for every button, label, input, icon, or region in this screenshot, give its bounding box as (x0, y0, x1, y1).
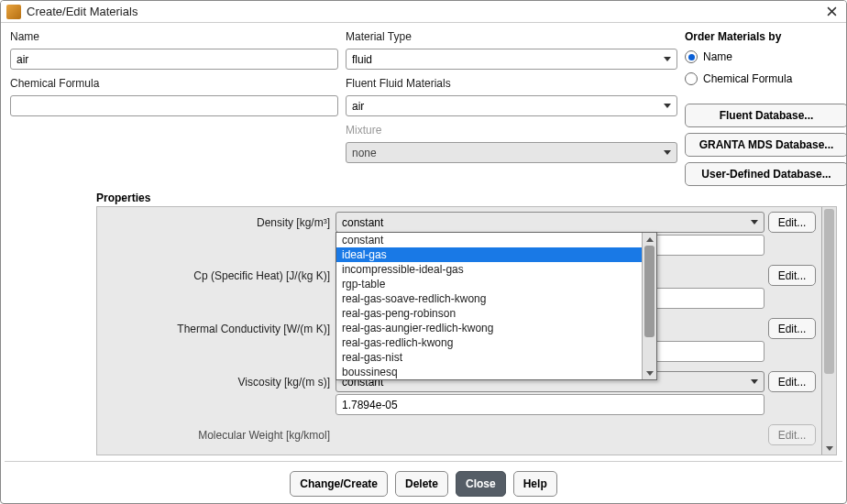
radio-icon (685, 50, 698, 63)
fluent-fluid-materials-label: Fluent Fluid Materials (346, 77, 677, 90)
upper-grid: Name air Chemical Formula Material Type … (1, 23, 846, 190)
chevron-down-icon (751, 379, 758, 384)
help-button[interactable]: Help (513, 471, 557, 497)
formula-label: Chemical Formula (10, 77, 338, 90)
molecular-weight-edit-button[interactable]: Edit... (768, 424, 816, 445)
scrollbar-thumb[interactable] (824, 209, 834, 374)
density-method-select[interactable]: constant (336, 212, 764, 233)
scroll-down-icon[interactable] (822, 442, 836, 455)
order-by-formula-label: Chemical Formula (703, 72, 792, 85)
order-by-name-radio[interactable]: Name (685, 50, 847, 63)
chevron-down-icon (751, 220, 758, 225)
density-option-ideal-gas[interactable]: ideal-gas (336, 247, 656, 262)
viscosity-label: Viscosity [kg/(m s)] (103, 376, 332, 389)
viscosity-value-input[interactable]: 1.7894e-05 (336, 394, 764, 415)
chevron-down-icon (664, 57, 671, 61)
chevron-down-icon (664, 104, 671, 108)
density-option-real-gas-nist[interactable]: real-gas-nist (336, 350, 656, 365)
name-label: Name (10, 30, 338, 43)
molecular-weight-label: Molecular Weight [kg/kmol] (103, 429, 332, 442)
formula-input[interactable] (10, 95, 338, 116)
fluent-fluid-materials-select[interactable]: air (346, 95, 677, 116)
thermal-conductivity-edit-button[interactable]: Edit... (768, 318, 816, 339)
properties-scrollbar[interactable] (821, 207, 836, 455)
thermal-conductivity-label: Thermal Conductivity [W/(m K)] (103, 323, 332, 335)
dialog-content: Name air Chemical Formula Material Type … (1, 23, 846, 503)
viscosity-edit-button[interactable]: Edit... (768, 371, 816, 392)
fluent-database-button[interactable]: Fluent Database... (685, 104, 847, 127)
order-by-name-label: Name (703, 50, 732, 63)
mixture-select[interactable]: none (346, 142, 677, 163)
properties-panel: Density [kg/m³] constant Edit... Cp (Spe… (96, 206, 837, 455)
change-create-button[interactable]: Change/Create (290, 471, 388, 497)
footer-buttons: Change/Create Delete Close Help (1, 462, 846, 504)
density-option-real-gas-peng-robinson[interactable]: real-gas-peng-robinson (336, 306, 656, 321)
density-method-dropdown: constantideal-gasincompressible-ideal-ga… (336, 232, 657, 380)
density-option-rgp-table[interactable]: rgp-table (336, 277, 656, 291)
order-by-formula-radio[interactable]: Chemical Formula (685, 72, 847, 85)
close-button[interactable]: Close (456, 471, 506, 497)
chevron-down-icon (664, 150, 671, 155)
density-option-constant[interactable]: constant (336, 233, 656, 247)
radio-icon (685, 72, 698, 85)
granta-database-button[interactable]: GRANTA MDS Database... (685, 133, 847, 157)
density-option-real-gas-soave-redlich-kwong[interactable]: real-gas-soave-redlich-kwong (336, 291, 656, 306)
cp-edit-button[interactable]: Edit... (768, 265, 816, 286)
name-input[interactable]: air (10, 49, 338, 70)
dropdown-scrollbar[interactable] (642, 233, 656, 379)
properties-heading: Properties (96, 192, 846, 204)
user-defined-database-button[interactable]: User-Defined Database... (685, 162, 847, 186)
scroll-up-icon[interactable] (643, 233, 656, 246)
material-type-label: Material Type (346, 30, 677, 43)
density-option-boussinesq[interactable]: boussinesq (336, 365, 656, 379)
material-type-select[interactable]: fluid (346, 49, 677, 70)
scrollbar-thumb[interactable] (644, 246, 654, 337)
mixture-label: Mixture (346, 124, 677, 137)
app-icon (6, 5, 21, 19)
density-option-incompressible-ideal-gas[interactable]: incompressible-ideal-gas (336, 262, 656, 277)
density-label: Density [kg/m³] (103, 216, 332, 229)
titlebar: Create/Edit Materials (1, 1, 846, 23)
density-edit-button[interactable]: Edit... (768, 212, 816, 233)
cp-label: Cp (Specific Heat) [J/(kg K)] (103, 269, 332, 282)
density-option-real-gas-aungier-redlich-kwong[interactable]: real-gas-aungier-redlich-kwong (336, 321, 656, 335)
delete-button[interactable]: Delete (395, 471, 448, 497)
density-option-real-gas-redlich-kwong[interactable]: real-gas-redlich-kwong (336, 335, 656, 350)
window-title: Create/Edit Materials (27, 5, 822, 18)
close-icon[interactable] (822, 3, 841, 21)
order-by-heading: Order Materials by (685, 30, 847, 43)
scroll-down-icon[interactable] (643, 367, 656, 379)
